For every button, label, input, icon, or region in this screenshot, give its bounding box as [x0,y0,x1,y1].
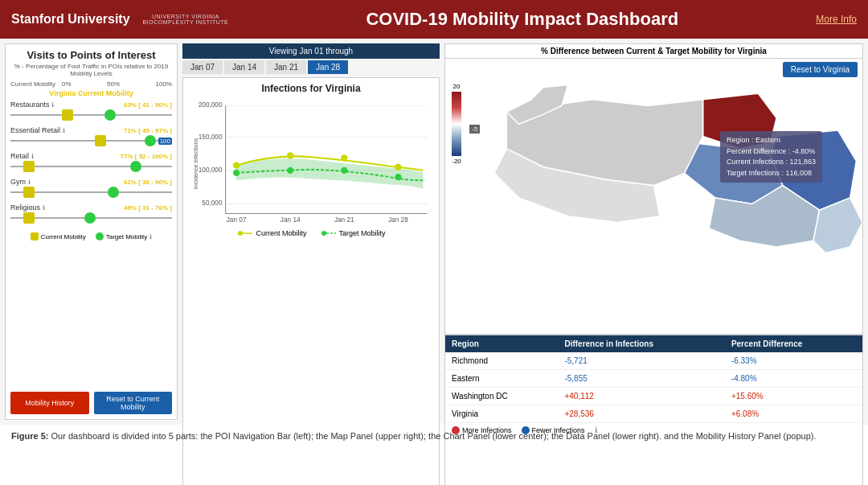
cell-diff: -5,855 [558,369,724,387]
slider-thumb-yellow-essential[interactable] [95,135,106,146]
infections-table: Region Difference in Infections Percent … [445,335,862,423]
cell-diff: +28,536 [558,405,724,422]
uva-logo: University Virginia Biocomplexity Instit… [143,14,229,25]
svg-text:150,000: 150,000 [199,134,223,141]
tooltip-region: Region : Eastern [727,135,816,146]
svg-point-15 [233,170,240,176]
mobility-history-button[interactable]: Mobility History [10,392,89,414]
virginia-current-mobility-label: Virginia Current Mobility [10,89,172,97]
chart-panel: Infections for Virginia 200,000 150,000 … [182,77,440,485]
col-diff: Difference in Infections [558,335,724,352]
slider-religious[interactable] [10,213,172,223]
chart-legend-target-label: Target Mobility [339,229,386,237]
slider-thumb-green-retail[interactable] [130,161,141,172]
chart-title: Infections for Virginia [188,83,434,94]
chart-area: 200,000 150,000 100,000 50,000 Incidence… [188,97,434,226]
svg-text:50,000: 50,000 [202,199,223,207]
map-panel[interactable]: Reset to Virginia 20 -5 -20 [444,58,863,335]
svg-text:Jan 28: Jan 28 [388,216,408,224]
current-mobility-label: Current Mobility [10,80,59,88]
tooltip-current-inf: Current Infections : 121,863 [727,157,816,168]
stanford-logo: Stanford University [11,12,130,27]
poi-legend: Current Mobility Target Mobility ℹ [10,232,172,240]
reset-current-mobility-button[interactable]: Reset to Current Mobility [94,392,173,414]
uva-text: University Virginia [152,14,219,19]
svg-point-16 [287,167,293,174]
svg-point-17 [341,167,347,174]
svg-text:100,000: 100,000 [199,166,223,174]
scale-0: 0% [62,80,72,88]
cell-pct: +6.08% [725,405,862,422]
poi-name-retail: Retail ℹ [10,152,34,160]
poi-name-religious: Religious ℹ [10,203,45,212]
poi-name-essential-retail: Essential Retail ℹ [10,126,65,134]
map-title: % Difference between Current & Target Mo… [444,43,863,58]
slider-line [10,166,172,167]
colorbar-bot: -20 [452,158,461,165]
colorbar-mid: -5 [469,125,480,134]
date-tab-jan07[interactable]: Jan 07 [182,60,223,74]
cell-diff: +40,112 [558,387,724,405]
color-bar: 20 -5 -20 [452,83,461,165]
more-info-link[interactable]: More Info [816,14,857,25]
svg-point-23 [238,231,243,236]
date-tab-jan21[interactable]: Jan 21 [266,60,306,74]
bio-text: Biocomplexity Institute [143,19,229,25]
svg-text:Jan 14: Jan 14 [280,216,301,224]
poi-essential-retail: Essential Retail ℹ 71% [ 49 - 97% ] 100 [10,126,172,146]
svg-text:Jan 21: Jan 21 [334,216,354,224]
slider-retail[interactable] [10,162,172,171]
table-row: Richmond -5,721 -6.33% [445,352,862,370]
cell-region: Washington DC [445,387,558,405]
map-tooltip: Region : Eastern Percent Difference : -4… [720,131,822,183]
poi-retail: Retail ℹ 77% [ 52 - 100% ] [10,152,172,171]
svg-point-12 [287,152,293,158]
slider-thumb-green-religious[interactable] [84,212,96,224]
slider-thumb-green-gym[interactable] [108,187,119,198]
svg-point-14 [395,164,401,171]
slider-thumb-yellow-retail[interactable] [23,161,35,172]
slider-thumb-green-restaurants[interactable] [104,109,116,121]
tooltip-target-inf: Target Infections : 116,008 [727,168,816,179]
poi-value-restaurants: 63% [ 41 - 90% ] [124,101,172,109]
dashboard-title: COVID-19 Mobility Impact Dashboard [236,9,808,30]
svg-point-18 [395,174,401,180]
table-row: Washington DC +40,112 +15.60% [445,387,862,405]
col-pct: Percent Difference [725,335,862,352]
slider-thumb-green-essential[interactable] [145,135,156,146]
reset-virginia-button[interactable]: Reset to Virginia [783,62,858,77]
cell-region: Virginia [445,405,558,422]
legend-current-label: Current Mobility [41,233,86,240]
mobility-scale: Current Mobility 0% 50% 100% [10,80,172,88]
slider-restaurants[interactable] [10,110,172,120]
viewing-label: Viewing Jan 01 through [182,43,440,59]
poi-restaurants: Restaurants ℹ 63% [ 41 - 90% ] [10,101,172,120]
slider-thumb-yellow-gym[interactable] [23,187,35,198]
svg-point-11 [233,162,240,169]
slider-thumb-yellow-restaurants[interactable] [62,109,73,121]
colorbar-top: 20 [453,83,461,90]
slider-essential-retail[interactable]: 100 [10,136,172,146]
slider-thumb-yellow-religious[interactable] [23,212,35,224]
poi-religious: Religious ℹ 49% [ 31 - 76% ] [10,203,172,223]
poi-name-restaurants: Restaurants ℹ [10,101,54,109]
date-tab-jan14[interactable]: Jan 14 [224,60,264,74]
slider-line [10,191,172,193]
poi-name-gym: Gym ℹ [10,178,31,186]
svg-text:200,000: 200,000 [199,101,223,109]
poi-value-gym: 61% [ 38 - 90% ] [124,179,172,186]
poi-value-retail: 77% [ 52 - 100% ] [121,153,172,160]
map-section: Viewing Jan 01 through Jan 07 Jan 14 Jan… [182,43,863,485]
figure-caption-bold: Figure 5: [11,431,51,441]
main-content: Visits to Points of Interest % - Percent… [0,39,868,425]
date-tab-jan28[interactable]: Jan 28 [308,60,348,74]
center-right-panels: Viewing Jan 01 through Jan 07 Jan 14 Jan… [182,43,863,420]
slider-gym[interactable] [10,187,172,197]
date-tabs: Jan 07 Jan 14 Jan 21 Jan 28 [182,60,440,74]
data-panel: Region Difference in Infections Percent … [444,335,863,485]
poi-value-religious: 49% [ 31 - 76% ] [124,204,172,212]
header: Stanford University University Virginia … [0,0,868,39]
cell-pct: -6.33% [725,352,862,370]
scale-marks: 0% 50% 100% [62,80,172,88]
poi-gym: Gym ℹ 61% [ 38 - 90% ] [10,178,172,197]
